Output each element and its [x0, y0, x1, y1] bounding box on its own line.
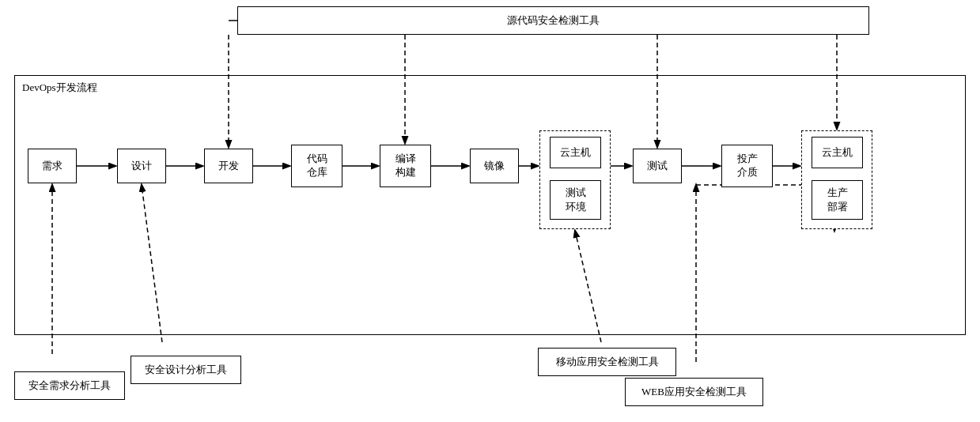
- diagram-container: 源代码安全检测工具 DevOps开发流程 需求 设计 开发 代码仓库 编译构建 …: [0, 0, 980, 422]
- tool-yidong: 移动应用安全检测工具: [538, 348, 676, 376]
- node-sheji: 设计: [117, 149, 166, 183]
- node-kaifa: 开发: [204, 149, 253, 183]
- node-testenv: 测试环境: [550, 180, 601, 220]
- node-yunprod: 云主机: [812, 137, 863, 168]
- node-yuntest: 云主机: [550, 137, 601, 168]
- tool-anquansheji: 安全设计分析工具: [131, 356, 241, 384]
- node-xuqiu: 需求: [28, 149, 77, 183]
- tool-anquanxuqiu: 安全需求分析工具: [14, 371, 125, 400]
- node-shengchan: 生产部署: [812, 180, 863, 220]
- node-daima: 代码仓库: [291, 145, 342, 187]
- tool-web: WEB应用安全检测工具: [625, 378, 763, 406]
- node-ceshi: 测试: [633, 149, 682, 183]
- devops-label: DevOps开发流程: [22, 81, 97, 95]
- node-touzi: 投产介质: [721, 145, 773, 187]
- top-tool-label: 源代码安全检测工具: [507, 13, 600, 28]
- top-tool-box: 源代码安全检测工具: [237, 6, 869, 35]
- node-jingxiang: 镜像: [470, 149, 519, 183]
- node-bianyI: 编译构建: [380, 145, 431, 187]
